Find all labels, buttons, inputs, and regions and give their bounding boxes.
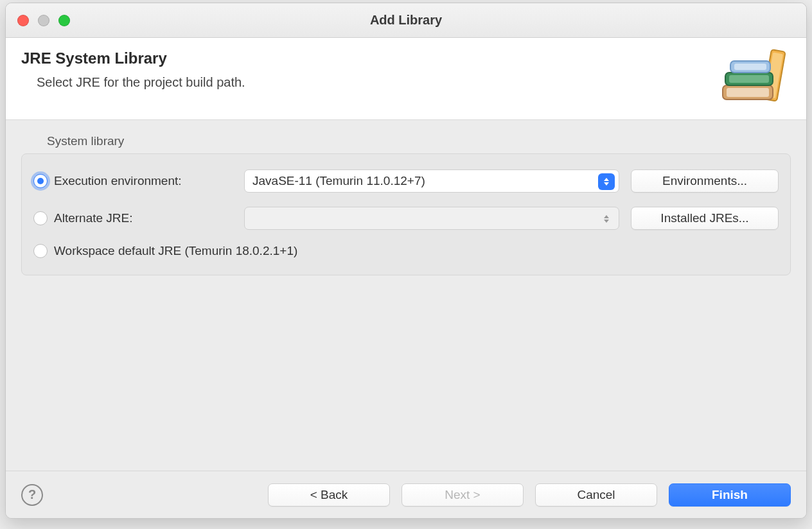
banner-heading: JRE System Library <box>21 49 791 67</box>
window-controls <box>17 15 70 26</box>
select-value: JavaSE-11 (Temurin 11.0.12+7) <box>252 174 425 188</box>
button-label: Environments... <box>662 174 747 188</box>
row-workspace-default-jre: Workspace default JRE (Temurin 18.0.2.1+… <box>33 244 779 258</box>
button-label: Next > <box>445 488 480 502</box>
close-window-button[interactable] <box>17 15 29 26</box>
wizard-content: System library Execution environment: Ja… <box>6 120 806 290</box>
button-label: Cancel <box>577 488 615 502</box>
radio-alternate-jre[interactable]: Alternate JRE: <box>33 211 233 225</box>
installed-jres-button[interactable]: Installed JREs... <box>631 207 779 230</box>
radio-bullet-icon <box>33 174 48 188</box>
dialog-window: Add Library JRE System Library Select JR… <box>5 3 807 519</box>
finish-button[interactable]: Finish <box>669 483 791 507</box>
svg-rect-3 <box>727 88 769 97</box>
svg-rect-7 <box>734 64 766 70</box>
radio-label: Alternate JRE: <box>54 211 133 225</box>
help-button[interactable]: ? <box>21 484 43 506</box>
cancel-button[interactable]: Cancel <box>535 483 657 507</box>
wizard-banner: JRE System Library Select JRE for the pr… <box>6 38 806 120</box>
group-system-library: Execution environment: JavaSE-11 (Temuri… <box>21 153 791 275</box>
button-label: < Back <box>310 488 348 502</box>
zoom-window-button[interactable] <box>58 15 70 26</box>
titlebar: Add Library <box>6 3 806 38</box>
radio-label: Workspace default JRE (Temurin 18.0.2.1+… <box>54 244 297 258</box>
row-execution-environment: Execution environment: JavaSE-11 (Temuri… <box>33 169 779 193</box>
minimize-window-button[interactable] <box>38 15 49 26</box>
select-alternate-jre[interactable] <box>244 207 619 230</box>
environments-button[interactable]: Environments... <box>631 169 779 193</box>
select-execution-environment[interactable]: JavaSE-11 (Temurin 11.0.12+7) <box>244 169 619 193</box>
banner-subtext: Select JRE for the project build path. <box>37 75 791 90</box>
back-button[interactable]: < Back <box>268 483 390 507</box>
button-label: Finish <box>712 488 748 502</box>
svg-rect-5 <box>729 75 769 83</box>
group-label-system-library: System library <box>47 134 791 148</box>
chevron-updown-icon <box>598 211 615 227</box>
radio-execution-environment[interactable]: Execution environment: <box>33 174 233 188</box>
button-label: Installed JREs... <box>660 211 748 225</box>
question-mark-icon: ? <box>28 487 36 502</box>
window-title: Add Library <box>370 13 442 28</box>
radio-label: Execution environment: <box>54 174 182 188</box>
radio-bullet-icon <box>33 211 48 225</box>
next-button: Next > <box>402 483 524 507</box>
chevron-updown-icon <box>598 173 615 190</box>
library-books-icon <box>716 46 793 110</box>
wizard-footer: ? < Back Next > Cancel Finish <box>6 471 806 518</box>
row-alternate-jre: Alternate JRE: Installed JREs... <box>33 207 779 230</box>
radio-workspace-default-jre[interactable]: Workspace default JRE (Temurin 18.0.2.1+… <box>33 244 779 258</box>
radio-bullet-icon <box>33 244 48 258</box>
